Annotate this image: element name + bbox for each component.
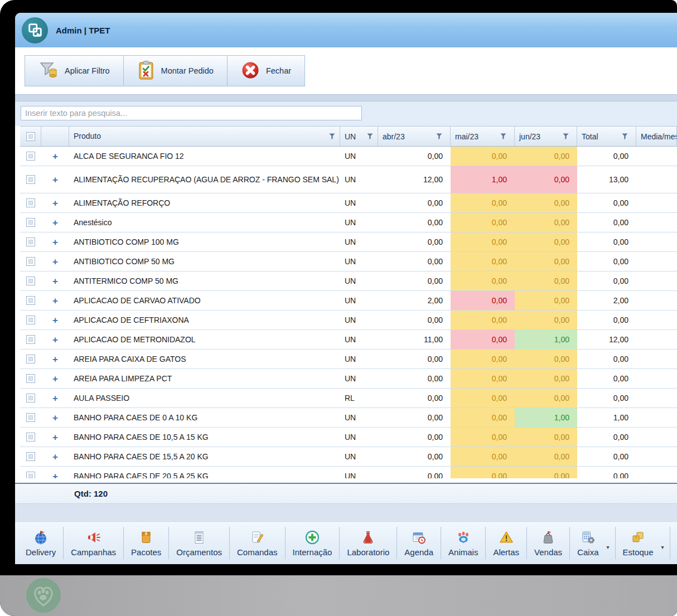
table-row[interactable]: +BANHO PARA CAES DE 10,5 A 15 KGUN0,000,… [20, 428, 677, 447]
expand-row-button[interactable]: + [52, 374, 58, 384]
expand-row-button[interactable]: + [52, 413, 58, 423]
table-row[interactable]: +ANTIBIOTICO COMP 100 MGUN0,000,000,000,… [20, 232, 677, 252]
expand-row-button[interactable]: + [52, 175, 58, 185]
nav-item-estoque[interactable]: Estoque [616, 529, 660, 557]
expand-row-button[interactable]: + [52, 316, 58, 325]
filter-icon [38, 61, 59, 81]
nav-item-laboratorio[interactable]: Laboratorio [340, 529, 396, 557]
column-header-media-mes[interactable]: Media/mes [636, 127, 677, 146]
search-input[interactable] [21, 106, 362, 120]
row-expander-cell: + [41, 166, 69, 193]
row-checkbox[interactable] [26, 257, 35, 266]
nav-item-agenda[interactable]: Agenda [398, 529, 440, 557]
column-header-abr23[interactable]: abr/23 [378, 127, 451, 146]
cell-jun23: 0,00 [515, 147, 577, 166]
table-row[interactable]: +ANTITERMICO COMP 50 MGUN0,000,000,000,0… [20, 271, 677, 291]
table-row[interactable]: +APLICACAO DE METRONIDAZOLUN11,000,001,0… [20, 330, 677, 350]
cell-total: 0,00 [577, 389, 636, 408]
expand-row-button[interactable]: + [52, 296, 58, 305]
table-row[interactable]: +BANHO PARA CAES DE 0 A 10 KGUN0,000,001… [20, 408, 677, 428]
row-checkbox-cell [20, 369, 41, 388]
table-row[interactable]: +BANHO PARA CAES DE 15,5 A 20 KGUN0,000,… [20, 447, 677, 467]
cell-abr23: 2,00 [378, 291, 451, 310]
expand-row-button[interactable]: + [52, 257, 58, 266]
table-row[interactable]: +APLICACAO DE CEFTRIAXONAUN0,000,000,000… [20, 311, 677, 330]
filter-pin-icon[interactable] [432, 133, 442, 140]
nav-group-estoque: Estoque▾ [615, 527, 670, 559]
filter-pin-icon[interactable] [496, 133, 506, 140]
column-header-produto[interactable]: Produto [69, 127, 340, 146]
nav-item-caixa[interactable]: Caixa [570, 529, 605, 557]
aplicar-filtro-button[interactable]: Aplicar Filtro [25, 55, 124, 86]
select-all-checkbox[interactable] [26, 132, 35, 141]
chevron-down-icon[interactable]: ▾ [660, 544, 669, 550]
table-row[interactable]: +AnestésicoUN0,000,000,000,00 [20, 213, 677, 232]
row-checkbox[interactable] [26, 374, 35, 383]
expand-row-button[interactable]: + [52, 237, 58, 247]
table-row[interactable]: +AREIA PARA LIMPEZA PCTUN0,000,000,000,0… [20, 369, 677, 389]
cell-mai23: 0,00 [451, 428, 515, 447]
column-header-un[interactable]: UN [340, 127, 378, 146]
nav-item-animais[interactable]: Animais [442, 529, 485, 557]
expand-row-button[interactable]: + [52, 433, 58, 442]
row-checkbox[interactable] [26, 355, 35, 363]
nav-item-f-cut[interactable]: F [671, 538, 677, 549]
expand-row-button[interactable]: + [52, 394, 58, 403]
row-checkbox[interactable] [26, 335, 35, 344]
expand-row-button[interactable]: + [52, 198, 58, 208]
table-row[interactable]: +ALCA DE SEGURANCA FIO 12UN0,000,000,000… [20, 147, 677, 166]
nav-item-comandas[interactable]: Comandas [230, 529, 284, 557]
row-checkbox[interactable] [26, 452, 35, 461]
filter-pin-icon[interactable] [325, 133, 335, 140]
nav-item-delivery[interactable]: Delivery [19, 529, 62, 557]
expand-row-button[interactable]: + [52, 152, 58, 161]
montar-pedido-button[interactable]: Montar Pedido [123, 55, 228, 86]
column-header-jun23[interactable]: jun/23 [515, 127, 577, 146]
nav-item-orcamentos[interactable]: Orçamentos [170, 529, 229, 557]
row-checkbox[interactable] [26, 175, 35, 184]
internacao-icon [305, 530, 320, 545]
expand-row-button[interactable]: + [52, 472, 58, 479]
fechar-button[interactable]: Fechar [227, 55, 305, 86]
table-row[interactable]: +BANHO PARA CAES DE 20,5 A 25 KGUN0,000,… [20, 467, 677, 478]
select-all-header-cell [20, 127, 41, 146]
column-header-mai23[interactable]: mai/23 [451, 127, 515, 146]
filter-pin-icon[interactable] [617, 133, 628, 140]
row-checkbox[interactable] [26, 413, 35, 422]
table-row[interactable]: +AULA PASSEIORL0,000,000,000,00 [20, 389, 677, 408]
expand-row-button[interactable]: + [52, 277, 58, 286]
table-row[interactable]: +ANTIBIOTICO COMP 50 MGUN0,000,000,000,0… [20, 252, 677, 271]
chevron-down-icon[interactable]: ▾ [605, 544, 614, 550]
row-checkbox[interactable] [26, 277, 35, 285]
row-checkbox[interactable] [26, 472, 35, 478]
nav-item-internacao[interactable]: Internação [286, 529, 339, 557]
row-checkbox[interactable] [26, 218, 35, 227]
filter-pin-icon[interactable] [362, 133, 373, 140]
table-row[interactable]: +AREIA PARA CAIXA DE GATOSUN0,000,000,00… [20, 350, 677, 369]
table-row[interactable]: +ALIMENTAÇÃO RECUPERAÇAO (AGUA DE ARROZ … [20, 166, 677, 193]
column-header-total[interactable]: Total [577, 127, 636, 146]
nav-item-pacotes[interactable]: Pacotes [124, 529, 168, 557]
expand-row-button[interactable]: + [52, 452, 58, 462]
expand-row-button[interactable]: + [52, 335, 58, 345]
nav-group-caixa: Caixa▾ [569, 527, 615, 559]
expand-row-button[interactable]: + [52, 218, 58, 227]
row-checkbox[interactable] [26, 394, 35, 402]
table-row[interactable]: +APLICACAO DE CARVAO ATIVADOUN2,000,000,… [20, 291, 677, 311]
row-checkbox[interactable] [26, 198, 35, 207]
row-checkbox[interactable] [26, 296, 35, 305]
row-checkbox[interactable] [26, 316, 35, 324]
nav-item-alertas[interactable]: Alertas [486, 529, 526, 557]
nav-item-campanhas[interactable]: Campanhas [64, 529, 123, 557]
row-checkbox[interactable] [26, 152, 35, 161]
row-checkbox[interactable] [26, 237, 35, 246]
agenda-icon [412, 530, 426, 545]
filter-pin-icon[interactable] [558, 133, 569, 140]
table-row[interactable]: +ALIMENTAÇÃO REFORÇOUN0,000,000,000,00 [20, 193, 677, 213]
nav-item-vendas[interactable]: Vendas [528, 529, 569, 557]
separator-band [15, 94, 677, 101]
row-checkbox-cell [20, 147, 41, 166]
cell-un: UN [340, 311, 378, 329]
expand-row-button[interactable]: + [52, 355, 58, 364]
row-checkbox[interactable] [26, 433, 35, 442]
